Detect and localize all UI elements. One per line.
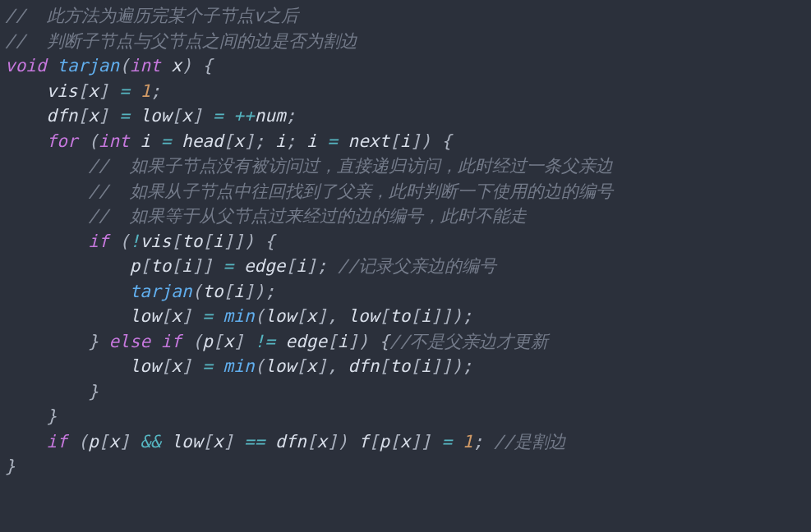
code-block: // 此方法为遍历完某个子节点v之后 // 判断子节点与父节点之间的边是否为割边…: [0, 0, 811, 479]
comment-line-4: // 如果从子节点中往回找到了父亲，此时判断一下使用的边的编号: [88, 181, 613, 201]
punct-rparen: ): [182, 56, 192, 76]
punct-semi: ;: [150, 81, 161, 101]
ident-p: p: [130, 256, 141, 276]
function-tarjan: tarjan: [57, 56, 119, 76]
operator-assign: =: [119, 81, 130, 101]
operator-preinc: ++: [233, 106, 254, 126]
ident-edge: edge: [244, 256, 286, 276]
operator-eq: ==: [244, 432, 265, 452]
keyword-if: if: [88, 232, 108, 251]
ident-vis: vis: [47, 81, 78, 101]
keyword-for: for: [47, 131, 78, 151]
comment-inline-3: //是割边: [494, 432, 566, 452]
comment-line-3: // 如果子节点没有被访问过，直接递归访问，此时经过一条父亲边: [88, 156, 613, 176]
ident-low: low: [140, 106, 171, 126]
ident-next: next: [348, 131, 390, 151]
keyword-else: else: [108, 332, 150, 351]
ident-dfn: dfn: [47, 106, 78, 126]
ident-to: to: [182, 232, 202, 251]
ident-head: head: [182, 131, 223, 151]
ident-f: f: [358, 432, 369, 452]
comment-inline-2: //不是父亲边才更新: [389, 332, 548, 351]
ident-x: x: [171, 56, 182, 76]
operator-and: &&: [140, 432, 160, 452]
comment-line-1: // 此方法为遍历完某个子节点v之后: [5, 6, 298, 25]
punct-lbrace: {: [202, 56, 213, 76]
comment-inline-1: //记录父亲边的编号: [338, 256, 496, 276]
ident-num: num: [255, 106, 286, 126]
punct-rbrack: ]: [99, 81, 109, 101]
punct-comma: ,: [327, 306, 338, 326]
operator-neq: !=: [255, 332, 275, 351]
punct-lparen: (: [119, 56, 130, 76]
comment-line-2: // 判断子节点与父节点之间的边是否为割边: [5, 31, 357, 51]
punct-rbrace: }: [5, 456, 16, 476]
keyword-int: int: [130, 56, 161, 76]
keyword-void: void: [5, 56, 47, 76]
punct-lbrack: [: [78, 81, 89, 101]
ident-i: i: [140, 131, 150, 151]
function-min: min: [223, 306, 255, 326]
comment-line-5: // 如果等于从父节点过来经过的边的编号，此时不能走: [88, 206, 527, 226]
number-1: 1: [140, 81, 150, 101]
ident-x: x: [88, 81, 99, 101]
operator-not: !: [130, 232, 141, 251]
